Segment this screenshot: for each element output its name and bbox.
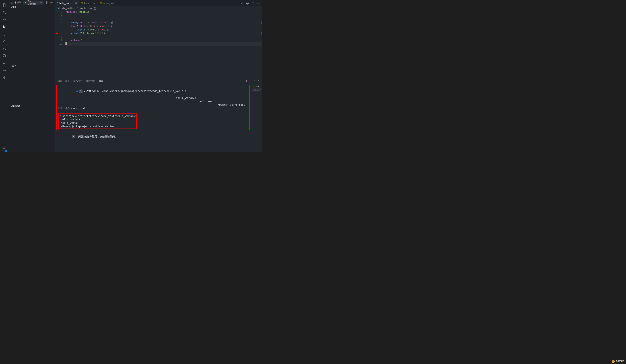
close-icon[interactable]: ✕: [75, 2, 77, 4]
activity-account-icon[interactable]: 1: [0, 145, 9, 152]
activity-back-icon[interactable]: [0, 74, 9, 81]
panel-tab-debugconsole[interactable]: 调试控制台: [86, 79, 96, 83]
section-callstack[interactable]: ⌄ 调用堆栈: [9, 104, 55, 108]
sidebar: 运行和调试 Toy Example ⌄ 变量 ⌄ 监视 ⌄ 调用堆栈: [9, 0, 55, 152]
line-number: 6: [55, 21, 62, 25]
symbol-icon: ƒ: [77, 7, 78, 10]
split-editor-icon[interactable]: [252, 2, 254, 5]
line-number: 7: [55, 17, 62, 21]
panel-tab-output[interactable]: 输出: [66, 79, 70, 83]
activity-remote-icon[interactable]: [0, 31, 9, 38]
code[interactable]: #include <stdio.h> int main(int argc, ch…: [66, 10, 262, 78]
activity-docker-icon[interactable]: [0, 59, 9, 67]
svg-rect-17: [4, 62, 4, 63]
gear-icon[interactable]: [246, 2, 249, 5]
terminal-line: /Users/jack/project/test/vscode_test: [59, 125, 136, 128]
code-line[interactable]: [66, 42, 262, 46]
activity-run-debug-icon[interactable]: [0, 23, 9, 31]
chevron-down-icon: ⌄: [10, 6, 12, 8]
terminal-list-item[interactable]: zsh: [252, 85, 261, 88]
run-config-dropdown[interactable]: Toy Example: [23, 0, 43, 4]
task-cmd: echo /Users/jack/project/test/vscode_tes…: [102, 90, 186, 92]
svg-rect-13: [3, 41, 4, 43]
activity-search-icon[interactable]: [0, 9, 9, 16]
section-watch-label: 监视: [12, 64, 16, 67]
tab-actions: [240, 2, 262, 5]
terminal-list-label: e…: [255, 89, 259, 91]
more-icon[interactable]: [50, 1, 53, 4]
breakpoint-icon[interactable]: [56, 33, 58, 34]
line-number: 8: [55, 14, 62, 18]
line-number: 2: [55, 35, 62, 39]
terminal-line: hello_world: [59, 121, 136, 125]
svg-line-3: [5, 13, 6, 14]
svg-point-22: [51, 2, 52, 3]
line-number: 5: [55, 25, 62, 28]
activity-liveshare-icon[interactable]: [0, 67, 9, 74]
tab-tasks-json[interactable]: tasks.json: [98, 0, 116, 6]
close-icon[interactable]: ✕: [258, 80, 259, 82]
tab-hello-world-c[interactable]: C hello_world.c ✕: [55, 0, 79, 6]
svg-rect-12: [4, 40, 6, 41]
activity-scm-icon[interactable]: [0, 16, 9, 23]
chevron-down-icon: ⌄: [10, 65, 12, 67]
activity-github-icon[interactable]: [0, 52, 9, 59]
panel-tab-jupyter[interactable]: JUPYTER: [73, 79, 82, 83]
svg-rect-11: [3, 40, 4, 41]
tab-launch-json[interactable]: launch.json: [79, 0, 98, 6]
svg-point-23: [52, 2, 53, 3]
tab-label: tasks.json: [103, 2, 114, 4]
svg-point-29: [257, 3, 258, 3]
sidebar-header: 运行和调试 Toy Example: [9, 0, 55, 5]
activity-testing-icon[interactable]: [0, 45, 9, 52]
terminal-line: hello_world: [58, 100, 248, 103]
new-terminal-icon[interactable]: [245, 80, 248, 82]
line-number: 4: [55, 28, 62, 32]
line-number: 1: [55, 39, 62, 42]
code-line[interactable]: [66, 14, 262, 18]
code-line[interactable]: [66, 17, 262, 21]
chevron-right-icon: ›: [75, 7, 76, 10]
code-line[interactable]: [66, 35, 262, 39]
panel-tab-terminal[interactable]: 终端: [99, 79, 103, 83]
code-line[interactable]: #include <stdio.h>: [66, 10, 262, 14]
terminal-line: /Users/jack/project/test/vscode_test/hel…: [59, 114, 136, 118]
terminal[interactable]: *正在执行任务: echo /Users/jack/project/test/v…: [55, 84, 251, 152]
editor[interactable]: 98765432110 #include <stdio.h> int main(…: [55, 10, 262, 78]
account-badge: 1: [5, 150, 7, 152]
svg-point-26: [247, 3, 248, 4]
more-icon[interactable]: [257, 2, 260, 5]
terminal-list-item[interactable]: e… ✓: [252, 88, 261, 92]
minimap[interactable]: [245, 11, 262, 16]
svg-point-2: [3, 11, 5, 13]
terminal-line: *终端将被任务重用，按任意键关闭。: [56, 131, 250, 142]
code-line[interactable]: for (int i = 0; i < argc; i++): [66, 25, 262, 28]
svg-point-4: [3, 18, 4, 19]
editor-tabs: C hello_world.c ✕ launch.json tasks.json: [55, 0, 262, 6]
json-file-icon: [100, 2, 102, 4]
chevron-down-icon: [40, 1, 42, 4]
gear-icon[interactable]: [45, 1, 48, 4]
run-debug-split-icon[interactable]: [240, 2, 243, 5]
section-watch[interactable]: ⌄ 监视: [9, 64, 55, 68]
task-dot-icon: [76, 90, 78, 92]
activity-extensions-icon[interactable]: [0, 38, 9, 45]
section-variables[interactable]: ⌄ 变量: [9, 5, 55, 9]
main: C hello_world.c ✕ launch.json tasks.json: [55, 0, 262, 152]
activity-explorer-icon[interactable]: [0, 1, 9, 9]
play-icon: [24, 1, 27, 4]
overview-ruler: [260, 10, 262, 78]
chevron-down-icon[interactable]: [249, 80, 252, 82]
code-line[interactable]: printf("%s\n", argv[i]);: [66, 28, 262, 32]
code-line[interactable]: int main(int argc, char *argv[]){: [66, 21, 262, 25]
terminal-line: hello_world.c: [59, 118, 136, 121]
code-line[interactable]: printf("Hello World!\n");: [66, 32, 262, 35]
chevron-down-icon: ⌄: [10, 105, 12, 107]
json-file-icon: [81, 2, 83, 4]
panel-tab-problems[interactable]: 问题: [58, 79, 62, 83]
chevron-up-icon[interactable]: [254, 80, 256, 82]
breadcrumb-symbol: main(int, char * []): [79, 7, 96, 10]
code-line[interactable]: return 0;: [66, 39, 262, 42]
terminal-icon: [252, 86, 255, 88]
breadcrumb[interactable]: C hello_world.c › ƒ main(int, char * []): [55, 6, 262, 10]
